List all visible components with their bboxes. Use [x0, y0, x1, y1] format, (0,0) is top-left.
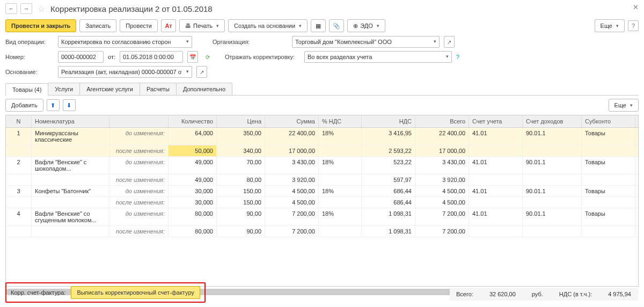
print-button[interactable]: 🖶 Печать — [179, 19, 225, 32]
post-button[interactable]: Провести — [120, 19, 158, 32]
nds-value: 4 975,94 — [608, 291, 631, 297]
nav-back-button[interactable]: ← — [5, 3, 17, 14]
basis-label: Основание: — [5, 69, 54, 75]
col-inc[interactable]: Счет доходов — [523, 115, 582, 127]
date-input[interactable]: 01.05.2018 0:00:00 — [120, 51, 183, 63]
attach-icon[interactable]: 📎 — [329, 19, 344, 32]
table-row[interactable]: 4 Вафли "Венские" со сгущенным молоком..… — [6, 208, 638, 226]
move-up-button[interactable]: ⬆ — [47, 99, 60, 111]
op-type-label: Вид операции: — [5, 39, 54, 45]
nav-forward-button[interactable]: → — [20, 3, 32, 14]
col-sum[interactable]: Сумма — [265, 115, 319, 127]
basis-open-button[interactable]: ↗ — [196, 66, 207, 78]
table-row[interactable]: 1 Миникруассаны классические до изменени… — [6, 128, 638, 145]
table-row[interactable]: 3 Конфеты "Батончик" до изменения: 30,00… — [6, 186, 638, 197]
goods-table: N Номенклатура Количество Цена Сумма % Н… — [5, 115, 639, 287]
write-corr-invoice-button[interactable]: Выписать корректировочный счет-фактуру — [71, 286, 200, 299]
basis-select[interactable]: Реализация (акт, накладная) 0000-000007 … — [58, 66, 192, 78]
table-row-after[interactable]: после изменения: 49,000 80,00 3 920,00 5… — [6, 174, 638, 186]
page-title: Корректировка реализации 2 от 01.05.2018 — [50, 4, 213, 13]
refresh-icon[interactable]: ⟳ — [202, 51, 213, 63]
post-and-close-button[interactable]: Провести и закрыть — [5, 19, 76, 32]
tab-goods[interactable]: Товары (4) — [5, 83, 48, 96]
corr-invoice-label: Корр. счет-фактура: — [11, 289, 65, 296]
totals-bar: Всего: 32 620,00 руб. НДС (в т.ч.): 4 97… — [450, 288, 638, 301]
calendar-icon[interactable]: 📅 — [187, 51, 198, 63]
grid-more-button[interactable]: Еще — [609, 99, 639, 112]
help-hint-icon[interactable]: ? — [456, 54, 459, 60]
table-row-after[interactable]: после изменения: 50,000 340,00 17 000,00… — [6, 145, 638, 157]
table-row-after[interactable]: после изменения: 80,000 90,00 7 200,00 1… — [6, 226, 638, 237]
from-label: от: — [108, 54, 115, 60]
save-button[interactable]: Записать — [79, 19, 116, 32]
col-qty[interactable]: Количество — [169, 115, 217, 127]
nds-label: НДС (в т.ч.): — [559, 291, 592, 297]
edo-button[interactable]: ⊕ ЭДО — [347, 19, 385, 32]
more-button[interactable]: Еще — [595, 19, 625, 32]
col-vatp[interactable]: % НДС — [319, 115, 362, 127]
col-total[interactable]: Всего — [415, 115, 469, 127]
move-down-button[interactable]: ⬇ — [63, 99, 76, 111]
favorite-star-icon[interactable]: ☆ — [38, 4, 45, 14]
num-input[interactable]: 0000-000002 — [58, 51, 104, 63]
op-type-select[interactable]: Корректировка по согласованию сторон — [58, 36, 192, 48]
col-nds[interactable]: НДС — [362, 115, 415, 127]
tab-agent[interactable]: Агентские услуги — [79, 83, 140, 95]
col-acc[interactable]: Счет учета — [469, 115, 523, 127]
org-label: Организация: — [213, 39, 288, 45]
table-row[interactable]: 2 Вафли "Венские" с шоколадом... до изме… — [6, 157, 638, 174]
reflect-select[interactable]: Во всех разделах учета — [304, 51, 452, 63]
link-icon[interactable]: ▦ — [311, 19, 326, 32]
total-label: Всего: — [456, 291, 473, 297]
col-sub[interactable]: Субконто — [582, 115, 635, 127]
rub-label: руб. — [532, 291, 543, 297]
col-n[interactable]: N — [6, 115, 32, 127]
tab-services[interactable]: Услуги — [48, 83, 80, 95]
close-icon[interactable]: ✕ — [633, 3, 639, 11]
col-price[interactable]: Цена — [217, 115, 265, 127]
add-button[interactable]: Добавить — [5, 99, 43, 112]
org-select[interactable]: Торговый дом "Комплексный" ООО — [292, 36, 440, 48]
tab-calc[interactable]: Расчеты — [140, 83, 177, 95]
dt-kt-icon[interactable]: Ат — [161, 19, 176, 32]
table-row-after[interactable]: после изменения: 30,000 150,00 4 500,00 … — [6, 197, 638, 208]
num-label: Номер: — [5, 54, 54, 60]
corr-invoice-highlight: Корр. счет-фактура: Выписать корректиров… — [5, 282, 206, 303]
help-button[interactable]: ? — [628, 20, 639, 31]
org-open-button[interactable]: ↗ — [444, 36, 455, 48]
reflect-label: Отражать корректировку: — [225, 54, 300, 60]
create-based-button[interactable]: Создать на основании — [228, 19, 308, 32]
total-value: 32 620,00 — [489, 291, 516, 297]
tab-extra[interactable]: Дополнительно — [176, 83, 232, 95]
col-nom[interactable]: Номенклатура — [32, 115, 109, 127]
